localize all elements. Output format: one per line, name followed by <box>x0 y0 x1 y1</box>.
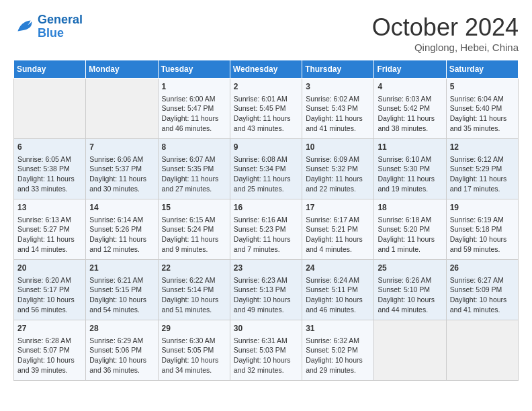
day-info: Sunrise: 6:01 AM <box>234 94 298 104</box>
day-info: Daylight: 11 hours and 7 minutes. <box>234 234 298 254</box>
day-info: Daylight: 11 hours and 46 minutes. <box>162 113 226 133</box>
day-info: Sunrise: 6:29 AM <box>89 336 154 346</box>
day-number: 15 <box>162 202 226 214</box>
day-info: Daylight: 11 hours and 33 minutes. <box>17 174 82 193</box>
day-info: Sunrise: 6:31 AM <box>234 336 298 346</box>
day-number: 2 <box>234 81 298 93</box>
day-info: Sunrise: 6:28 AM <box>17 336 82 346</box>
day-info: Sunset: 5:30 PM <box>378 164 442 174</box>
day-info: Daylight: 11 hours and 41 minutes. <box>306 113 370 133</box>
day-number: 6 <box>17 142 82 153</box>
day-info: Daylight: 10 hours and 29 minutes. <box>306 355 370 375</box>
day-info: Sunset: 5:43 PM <box>306 103 370 113</box>
title-block: October 2024 Qinglong, Hebei, China <box>372 13 519 53</box>
day-info: Sunrise: 6:10 AM <box>378 154 442 165</box>
logo-line1: General <box>38 13 83 26</box>
day-info: Sunset: 5:11 PM <box>306 285 370 295</box>
day-info: Daylight: 10 hours and 46 minutes. <box>306 295 370 314</box>
calendar-cell <box>446 320 518 381</box>
calendar-table: SundayMondayTuesdayWednesdayThursdayFrid… <box>13 60 519 381</box>
day-number: 25 <box>378 263 442 274</box>
day-info: Sunset: 5:35 PM <box>162 164 226 174</box>
calendar-cell: 27Sunrise: 6:28 AMSunset: 5:07 PMDayligh… <box>14 320 86 381</box>
day-info: Daylight: 11 hours and 27 minutes. <box>162 174 226 193</box>
day-number: 8 <box>162 142 226 153</box>
day-info: Daylight: 10 hours and 39 minutes. <box>17 355 82 375</box>
day-info: Sunset: 5:47 PM <box>162 103 226 113</box>
calendar-cell: 11Sunrise: 6:10 AMSunset: 5:30 PMDayligh… <box>374 139 446 199</box>
day-info: Daylight: 11 hours and 4 minutes. <box>306 234 370 254</box>
day-number: 27 <box>17 323 82 334</box>
day-number: 20 <box>17 263 82 274</box>
day-number: 18 <box>378 202 442 214</box>
day-info: Sunrise: 6:06 AM <box>89 154 154 165</box>
day-info: Sunrise: 6:32 AM <box>306 336 370 346</box>
day-info: Sunrise: 6:20 AM <box>17 275 82 285</box>
week-row-3: 13Sunrise: 6:13 AMSunset: 5:27 PMDayligh… <box>14 199 519 260</box>
calendar-cell: 12Sunrise: 6:12 AMSunset: 5:29 PMDayligh… <box>446 139 518 199</box>
day-info: Sunset: 5:29 PM <box>450 164 515 174</box>
calendar-cell: 6Sunrise: 6:05 AMSunset: 5:38 PMDaylight… <box>14 139 86 199</box>
day-info: Sunset: 5:27 PM <box>17 224 82 234</box>
day-number: 9 <box>234 142 298 153</box>
day-number: 11 <box>378 142 442 153</box>
calendar-cell: 2Sunrise: 6:01 AMSunset: 5:45 PMDaylight… <box>230 79 302 139</box>
day-number: 16 <box>234 202 298 214</box>
calendar-cell: 23Sunrise: 6:23 AMSunset: 5:13 PMDayligh… <box>230 260 302 320</box>
logo-icon <box>13 16 35 38</box>
day-info: Daylight: 10 hours and 36 minutes. <box>89 355 154 375</box>
calendar-cell: 26Sunrise: 6:27 AMSunset: 5:09 PMDayligh… <box>446 260 518 320</box>
week-row-4: 20Sunrise: 6:20 AMSunset: 5:17 PMDayligh… <box>14 260 519 320</box>
day-info: Sunset: 5:37 PM <box>89 164 154 174</box>
day-info: Sunrise: 6:00 AM <box>162 94 226 104</box>
day-info: Sunset: 5:18 PM <box>450 224 515 234</box>
day-info: Daylight: 10 hours and 56 minutes. <box>17 295 82 314</box>
day-info: Sunset: 5:45 PM <box>234 103 298 113</box>
day-info: Sunset: 5:06 PM <box>89 345 154 355</box>
calendar-cell: 25Sunrise: 6:26 AMSunset: 5:10 PMDayligh… <box>374 260 446 320</box>
day-info: Sunrise: 6:13 AM <box>17 215 82 225</box>
calendar-cell: 29Sunrise: 6:30 AMSunset: 5:05 PMDayligh… <box>158 320 230 381</box>
header-day-wednesday: Wednesday <box>230 60 302 79</box>
header-day-saturday: Saturday <box>446 60 518 79</box>
day-info: Sunrise: 6:08 AM <box>234 154 298 165</box>
calendar-cell: 17Sunrise: 6:17 AMSunset: 5:21 PMDayligh… <box>302 199 374 260</box>
day-info: Daylight: 11 hours and 22 minutes. <box>306 174 370 193</box>
day-number: 23 <box>234 263 298 274</box>
calendar-cell: 14Sunrise: 6:14 AMSunset: 5:26 PMDayligh… <box>86 199 158 260</box>
calendar-cell: 28Sunrise: 6:29 AMSunset: 5:06 PMDayligh… <box>86 320 158 381</box>
day-info: Daylight: 10 hours and 51 minutes. <box>162 295 226 314</box>
calendar-cell: 16Sunrise: 6:16 AMSunset: 5:23 PMDayligh… <box>230 199 302 260</box>
day-info: Sunset: 5:15 PM <box>89 285 154 295</box>
day-number: 1 <box>162 81 226 93</box>
day-info: Sunset: 5:17 PM <box>17 285 82 295</box>
day-info: Sunset: 5:23 PM <box>234 224 298 234</box>
day-info: Sunset: 5:21 PM <box>306 224 370 234</box>
day-info: Daylight: 10 hours and 59 minutes. <box>450 234 515 254</box>
calendar-body: 1Sunrise: 6:00 AMSunset: 5:47 PMDaylight… <box>14 79 519 381</box>
calendar-header: SundayMondayTuesdayWednesdayThursdayFrid… <box>14 60 519 79</box>
day-info: Sunrise: 6:22 AM <box>162 275 226 285</box>
logo-line2: Blue <box>38 26 64 40</box>
day-info: Daylight: 10 hours and 54 minutes. <box>89 295 154 314</box>
header-day-sunday: Sunday <box>14 60 86 79</box>
day-info: Daylight: 11 hours and 1 minute. <box>378 234 442 254</box>
location-subtitle: Qinglong, Hebei, China <box>372 42 519 53</box>
month-title: October 2024 <box>372 13 519 42</box>
day-info: Sunset: 5:10 PM <box>378 285 442 295</box>
day-info: Daylight: 11 hours and 19 minutes. <box>378 174 442 193</box>
day-info: Sunset: 5:26 PM <box>89 224 154 234</box>
day-number: 19 <box>450 202 515 214</box>
day-info: Daylight: 11 hours and 38 minutes. <box>378 113 442 133</box>
day-info: Sunset: 5:03 PM <box>234 345 298 355</box>
day-number: 7 <box>89 142 154 153</box>
day-info: Sunrise: 6:14 AM <box>89 215 154 225</box>
day-info: Daylight: 11 hours and 43 minutes. <box>234 113 298 133</box>
header-day-tuesday: Tuesday <box>158 60 230 79</box>
day-info: Sunrise: 6:02 AM <box>306 94 370 104</box>
day-number: 17 <box>306 202 370 214</box>
calendar-cell: 1Sunrise: 6:00 AMSunset: 5:47 PMDaylight… <box>158 79 230 139</box>
day-info: Daylight: 10 hours and 44 minutes. <box>378 295 442 314</box>
calendar-cell: 21Sunrise: 6:21 AMSunset: 5:15 PMDayligh… <box>86 260 158 320</box>
day-info: Sunrise: 6:16 AM <box>234 215 298 225</box>
